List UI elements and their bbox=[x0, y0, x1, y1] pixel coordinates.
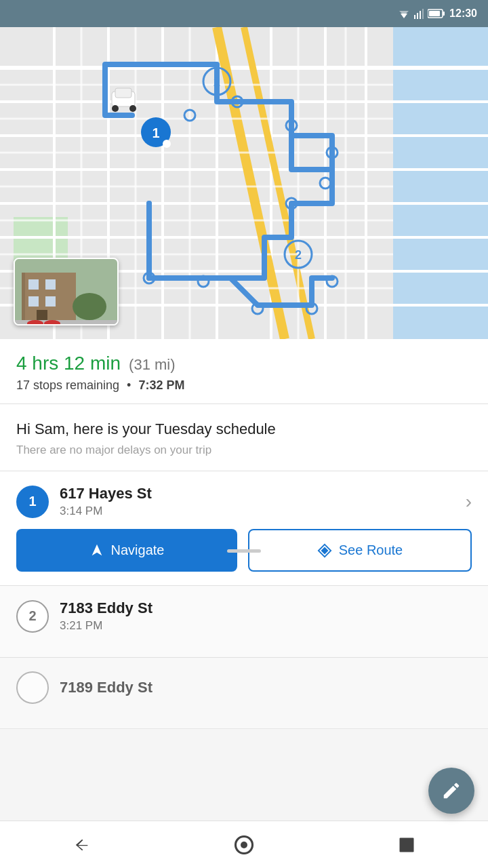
info-panel: 4 hrs 12 min (31 mi) 17 stops remaining … bbox=[0, 339, 488, 404]
chevron-right-icon-1[interactable]: › bbox=[460, 491, 472, 513]
stop-left-2: 2 7183 Eddy St 3:21 PM bbox=[16, 599, 472, 633]
drag-handle[interactable] bbox=[227, 549, 261, 553]
arrival-time: 7:32 PM bbox=[138, 378, 184, 392]
see-route-button[interactable]: See Route bbox=[248, 529, 472, 572]
svg-rect-69 bbox=[45, 296, 56, 307]
stop-address-3: 7189 Eddy St bbox=[60, 679, 152, 696]
stop-header-3: 7189 Eddy St bbox=[16, 671, 472, 704]
status-time: 12:30 bbox=[449, 7, 477, 20]
signal-icon bbox=[414, 8, 424, 19]
stop-number-3 bbox=[16, 671, 49, 704]
stop-item-1: 1 617 Hayes St 3:14 PM › Navigate See Ro… bbox=[0, 471, 488, 586]
svg-point-62 bbox=[163, 140, 171, 148]
stop-address-group-1: 617 Hayes St 3:14 PM bbox=[60, 485, 152, 518]
greeting-subtitle: There are no major delays on your trip bbox=[16, 443, 472, 457]
svg-rect-10 bbox=[393, 27, 488, 339]
stop-nav-button[interactable] bbox=[386, 825, 427, 865]
navigate-button-label: Navigate bbox=[111, 542, 165, 558]
stop-address-2: 7183 Eddy St bbox=[60, 599, 152, 617]
svg-rect-7 bbox=[443, 12, 445, 16]
stops-info: 17 stops remaining • 7:32 PM bbox=[16, 378, 472, 393]
svg-text:2: 2 bbox=[295, 248, 302, 262]
dot-separator: • bbox=[127, 378, 131, 392]
bottom-nav bbox=[0, 821, 488, 868]
svg-marker-78 bbox=[321, 547, 328, 554]
svg-point-58 bbox=[112, 105, 119, 112]
status-bar: 12:30 bbox=[0, 0, 488, 27]
svg-rect-4 bbox=[420, 11, 421, 19]
svg-rect-3 bbox=[417, 13, 418, 19]
stops-remaining: 17 stops remaining bbox=[16, 378, 119, 392]
stop-left-1: 1 617 Hayes St 3:14 PM bbox=[16, 485, 460, 518]
distance-text: (31 mi) bbox=[129, 356, 175, 374]
status-icons: 12:30 bbox=[398, 7, 477, 20]
map-view[interactable]: 2 2 1 bbox=[0, 27, 488, 339]
stop-header-2[interactable]: 2 7183 Eddy St 3:21 PM bbox=[16, 599, 472, 633]
duration-text: 4 hrs 12 min bbox=[16, 353, 121, 374]
wifi-icon bbox=[398, 9, 410, 18]
svg-point-81 bbox=[241, 842, 247, 848]
home-nav-button[interactable] bbox=[224, 825, 264, 865]
home-icon bbox=[234, 835, 254, 855]
navigate-button[interactable]: Navigate bbox=[16, 529, 237, 572]
svg-rect-8 bbox=[429, 11, 440, 16]
stop-address-1: 617 Hayes St bbox=[60, 485, 152, 502]
svg-text:2: 2 bbox=[214, 75, 220, 89]
svg-marker-1 bbox=[399, 11, 409, 16]
svg-text:1: 1 bbox=[152, 125, 159, 140]
street-view-thumbnail[interactable] bbox=[14, 258, 119, 326]
stop-header-1[interactable]: 1 617 Hayes St 3:14 PM › bbox=[16, 485, 472, 518]
stop-address-group-3: 7189 Eddy St bbox=[60, 679, 152, 696]
svg-rect-57 bbox=[115, 88, 131, 98]
svg-marker-76 bbox=[92, 544, 102, 555]
greeting-section: Hi Sam, here is your Tuesday schedule Th… bbox=[0, 404, 488, 471]
svg-rect-2 bbox=[414, 15, 415, 19]
svg-point-72 bbox=[73, 293, 106, 320]
stop-time-2: 3:21 PM bbox=[60, 619, 152, 633]
navigate-icon bbox=[89, 543, 104, 558]
back-icon bbox=[72, 835, 91, 854]
fab-edit-button[interactable] bbox=[428, 768, 474, 814]
stop-left-3: 7189 Eddy St bbox=[16, 671, 472, 704]
stop-item-3: 7189 Eddy St bbox=[0, 658, 488, 729]
svg-rect-68 bbox=[28, 296, 39, 307]
svg-marker-79 bbox=[76, 839, 87, 850]
back-nav-button[interactable] bbox=[61, 825, 102, 865]
stop-time-1: 3:14 PM bbox=[60, 505, 152, 518]
svg-rect-67 bbox=[45, 279, 56, 290]
route-icon bbox=[317, 543, 332, 558]
stop-icon bbox=[397, 835, 416, 854]
time-info: 4 hrs 12 min (31 mi) bbox=[16, 353, 472, 374]
edit-icon bbox=[441, 781, 462, 801]
stop-item-2: 2 7183 Eddy St 3:21 PM bbox=[0, 586, 488, 658]
battery-icon bbox=[428, 9, 445, 18]
svg-rect-82 bbox=[400, 837, 414, 852]
svg-rect-5 bbox=[422, 9, 424, 19]
stop-number-1: 1 bbox=[16, 486, 49, 518]
stop-address-group-2: 7183 Eddy St 3:21 PM bbox=[60, 599, 152, 633]
stop-number-2: 2 bbox=[16, 600, 49, 633]
see-route-button-label: See Route bbox=[339, 542, 403, 558]
svg-point-59 bbox=[129, 105, 136, 112]
svg-rect-66 bbox=[28, 279, 39, 290]
greeting-title: Hi Sam, here is your Tuesday schedule bbox=[16, 420, 472, 438]
